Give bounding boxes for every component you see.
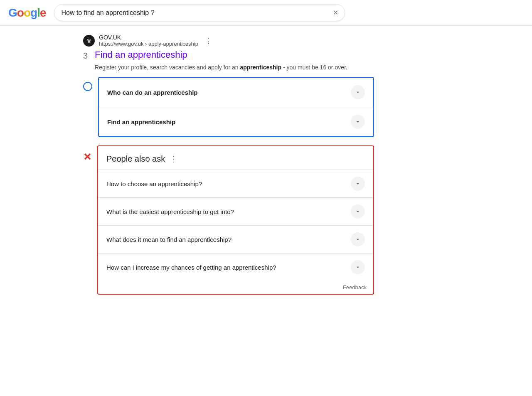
site-info-row: ♛ GOV.UK https://www.gov.uk › apply-appr…	[83, 34, 374, 47]
chevron-down-icon	[355, 180, 361, 187]
people-also-ask-wrapper: ✕ People also ask ⋮ How to choose an app…	[83, 145, 374, 295]
result-options-button[interactable]: ⋮	[205, 36, 212, 45]
result-content: Find an apprenticeship Register your pro…	[95, 49, 347, 72]
paa-question-3: What does it mean to find an apprentices…	[106, 236, 232, 243]
chevron-down-icon	[355, 89, 361, 96]
header: Google ×	[0, 0, 532, 26]
circle-indicator	[83, 82, 92, 91]
paa-chevron-3[interactable]	[351, 232, 365, 246]
chevron-down-icon	[355, 236, 361, 243]
accordion-chevron-who[interactable]	[351, 85, 365, 99]
gov-accordion-box: Who can do an apprenticeship Find an app…	[98, 77, 374, 137]
paa-options-button[interactable]: ⋮	[169, 154, 177, 164]
main-content: ♛ GOV.UK https://www.gov.uk › apply-appr…	[0, 26, 457, 303]
paa-header: People also ask ⋮	[98, 146, 373, 170]
paa-chevron-4[interactable]	[351, 260, 365, 274]
accordion-item-who-can-do[interactable]: Who can do an apprenticeship	[99, 78, 373, 107]
result-title-row: 3 Find an apprenticeship Register your p…	[83, 49, 374, 72]
paa-question-1: How to choose an apprenticeship?	[106, 180, 202, 187]
blue-box-wrapper: Who can do an apprenticeship Find an app…	[83, 77, 374, 137]
accordion-label-who: Who can do an apprenticeship	[107, 89, 198, 96]
search-bar: ×	[54, 4, 345, 21]
result-snippet: Register your profile, search vacancies …	[95, 63, 347, 72]
accordion-item-find[interactable]: Find an apprenticeship	[99, 107, 373, 136]
clear-search-button[interactable]: ×	[333, 8, 338, 17]
site-url: https://www.gov.uk › apply-apprenticeshi…	[99, 41, 198, 47]
site-name-url: GOV.UK https://www.gov.uk › apply-appren…	[99, 34, 198, 47]
result-number: 3	[83, 49, 91, 61]
paa-item-2[interactable]: What is the easiest apprenticeship to ge…	[98, 197, 373, 225]
google-logo: Google	[8, 6, 46, 20]
people-also-ask-box: People also ask ⋮ How to choose an appre…	[97, 145, 374, 295]
search-input[interactable]	[61, 9, 329, 17]
paa-title: People also ask	[106, 154, 165, 164]
feedback-row: Feedback	[98, 281, 373, 294]
paa-item-1[interactable]: How to choose an apprenticeship?	[98, 170, 373, 197]
accordion-label-find: Find an apprenticeship	[107, 118, 175, 125]
paa-item-3[interactable]: What does it mean to find an apprentices…	[98, 225, 373, 253]
chevron-down-icon	[355, 118, 361, 125]
search-result-block: ♛ GOV.UK https://www.gov.uk › apply-appr…	[83, 34, 374, 137]
site-name: GOV.UK	[99, 34, 198, 41]
paa-chevron-1[interactable]	[351, 177, 365, 191]
x-indicator: ✕	[83, 151, 91, 163]
paa-question-2: What is the easiest apprenticeship to ge…	[106, 208, 234, 215]
result-title[interactable]: Find an apprenticeship	[95, 49, 347, 60]
accordion-chevron-find[interactable]	[351, 115, 365, 129]
paa-question-4: How can I increase my chances of getting…	[106, 264, 276, 271]
site-favicon: ♛	[83, 35, 95, 47]
feedback-label[interactable]: Feedback	[343, 284, 367, 290]
paa-item-4[interactable]: How can I increase my chances of getting…	[98, 253, 373, 281]
paa-chevron-2[interactable]	[351, 204, 365, 219]
chevron-down-icon	[355, 264, 361, 271]
chevron-down-icon	[355, 208, 361, 215]
